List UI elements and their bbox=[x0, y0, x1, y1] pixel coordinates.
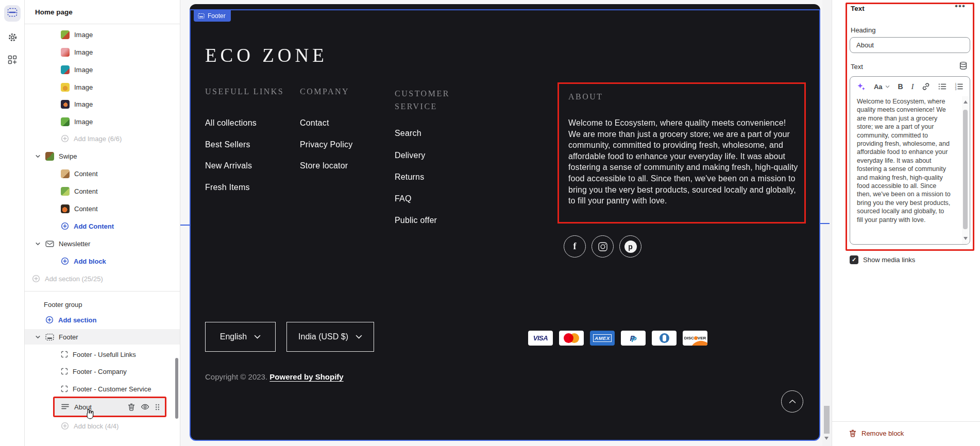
preview-scrollbar-thumb[interactable] bbox=[824, 406, 830, 434]
selection-tick-left bbox=[180, 225, 191, 226]
footer-group-heading: Footer group bbox=[25, 297, 180, 312]
add-content-button[interactable]: Add Content bbox=[25, 218, 180, 234]
block-brackets-icon bbox=[61, 368, 68, 375]
footer-about-block-highlight[interactable]: ABOUT Welcome to Ecosystem, where qualit… bbox=[557, 82, 806, 224]
add-block-footer-disabled: Add block (4/4) bbox=[25, 418, 180, 434]
payment-diners-icon bbox=[652, 331, 677, 346]
sidebar-block-footer-usefull-links[interactable]: Footer - Usefull Links bbox=[25, 347, 180, 362]
footer-link-public-offer[interactable]: Public offer bbox=[395, 216, 437, 225]
footer-link-search[interactable]: Search bbox=[395, 129, 421, 138]
sidebar-item-content-2[interactable]: Content bbox=[25, 183, 180, 199]
footer-link-contact[interactable]: Contact bbox=[300, 118, 329, 128]
add-block-newsletter-button[interactable]: Add block bbox=[25, 253, 180, 269]
sidebar-block-footer-company[interactable]: Footer - Company bbox=[25, 364, 180, 379]
app-embeds-button[interactable] bbox=[4, 53, 21, 69]
chevron-down-icon[interactable] bbox=[35, 334, 41, 340]
rich-text-editor[interactable]: Aa B I 123 Welcome to Ecosystem, where q… bbox=[850, 76, 970, 245]
scrollbar-down-arrow-icon[interactable] bbox=[824, 437, 829, 440]
activity-bar bbox=[0, 0, 25, 446]
editor-text[interactable]: Welcome to Ecosystem, where quality meet… bbox=[850, 97, 956, 245]
editor-scrollbar[interactable] bbox=[962, 96, 969, 244]
sidebar-item-image-1[interactable]: Image bbox=[25, 27, 180, 42]
chevron-down-icon[interactable] bbox=[35, 153, 41, 159]
footer-link-store-locator[interactable]: Store locator bbox=[300, 161, 348, 170]
footer-col-heading-about: ABOUT bbox=[568, 92, 795, 101]
sidebar-item-image-3[interactable]: Image bbox=[25, 62, 180, 77]
font-style-dropdown[interactable]: Aa bbox=[874, 83, 890, 91]
sections-nav-button[interactable] bbox=[4, 5, 21, 22]
facebook-icon: f bbox=[573, 241, 577, 252]
add-section-button-disabled: Add section (25/25) bbox=[25, 271, 180, 286]
hide-block-eye-icon[interactable] bbox=[141, 404, 149, 410]
remove-block-button[interactable]: Remove block bbox=[849, 430, 904, 437]
image-thumbnail bbox=[61, 83, 70, 92]
store-logo[interactable]: ECO ZONE bbox=[205, 44, 328, 66]
block-brackets-icon bbox=[61, 385, 68, 392]
selection-tick-right bbox=[819, 223, 830, 224]
heading-input[interactable] bbox=[850, 37, 970, 53]
country-currency-selector[interactable]: India (USD $) bbox=[286, 322, 374, 352]
dynamic-source-icon[interactable] bbox=[959, 61, 968, 70]
delete-block-icon[interactable] bbox=[128, 403, 135, 411]
apps-icon bbox=[8, 55, 17, 66]
footer-link-new-arrivals[interactable]: New Arrivals bbox=[205, 161, 252, 170]
link-icon[interactable] bbox=[922, 82, 930, 91]
instagram-button[interactable] bbox=[592, 235, 614, 258]
italic-icon[interactable]: I bbox=[911, 82, 914, 91]
numbered-list-icon[interactable]: 123 bbox=[955, 83, 963, 90]
image-thumbnail bbox=[61, 100, 70, 109]
more-options-icon[interactable]: ••• bbox=[955, 1, 966, 11]
payment-discover-icon: DISCVER bbox=[683, 331, 707, 346]
editor-scrollbar-thumb[interactable] bbox=[963, 110, 968, 229]
powered-by-shopify-link[interactable]: Powered by Shopify bbox=[269, 372, 343, 381]
sidebar-item-image-5[interactable]: Image bbox=[25, 96, 180, 112]
footer-link-privacy-policy[interactable]: Privacy Policy bbox=[300, 140, 352, 149]
sidebar-item-image-2[interactable]: Image bbox=[25, 44, 180, 60]
language-selector[interactable]: English bbox=[205, 322, 276, 352]
footer-link-all-collections[interactable]: All collections bbox=[205, 118, 257, 128]
sidebar-scrollbar[interactable] bbox=[175, 358, 178, 419]
sidebar-section-footer[interactable]: Footer bbox=[25, 329, 180, 345]
text-field-label: Text bbox=[851, 63, 863, 71]
sidebar-item-content-1[interactable]: Content bbox=[25, 166, 180, 181]
sidebar-section-newsletter[interactable]: Newsletter bbox=[25, 236, 180, 251]
pinterest-button[interactable]: p bbox=[619, 235, 641, 258]
chevron-up-icon bbox=[789, 399, 796, 404]
sidebar-item-content-3[interactable]: Content bbox=[25, 201, 180, 216]
add-section-footer-group-button[interactable]: Add section bbox=[25, 312, 180, 328]
facebook-button[interactable]: f bbox=[564, 235, 586, 258]
sidebar-block-footer-customer-service[interactable]: Footer - Customer Service bbox=[25, 381, 180, 397]
sidebar-item-image-4[interactable]: Image bbox=[25, 79, 180, 95]
scrollbar-down-arrow-icon[interactable] bbox=[964, 237, 968, 240]
panel-title: Text bbox=[851, 5, 865, 12]
show-media-links-checkbox[interactable]: ✓ bbox=[850, 255, 858, 264]
bold-icon[interactable]: B bbox=[898, 82, 903, 91]
plus-circle-icon bbox=[61, 134, 69, 143]
copyright-text: Copyright © 2023. Powered by Shopify bbox=[205, 372, 344, 381]
drag-handle-icon[interactable] bbox=[155, 404, 160, 410]
theme-settings-button[interactable] bbox=[4, 30, 21, 46]
footer-col-heading-usefull-links: USEFULL LINKS bbox=[205, 87, 284, 96]
footer-link-faq[interactable]: FAQ bbox=[395, 194, 412, 203]
footer-link-delivery[interactable]: Delivery bbox=[395, 151, 425, 160]
editor-content-area[interactable]: Welcome to Ecosystem, where quality meet… bbox=[850, 96, 970, 245]
footer-badge-icon bbox=[198, 13, 205, 19]
plus-circle-icon bbox=[61, 257, 69, 265]
trash-icon bbox=[849, 430, 856, 437]
sidebar-item-image-6[interactable]: Image bbox=[25, 114, 180, 129]
footer-section-badge[interactable]: Footer bbox=[194, 10, 231, 22]
footer-link-returns[interactable]: Returns bbox=[395, 173, 424, 182]
scroll-to-top-button[interactable] bbox=[781, 390, 803, 413]
footer-link-best-sellers[interactable]: Best Sellers bbox=[205, 140, 250, 149]
scrollbar-up-arrow-icon[interactable] bbox=[964, 100, 968, 104]
instagram-icon bbox=[598, 242, 608, 252]
mouse-cursor-hand bbox=[84, 408, 95, 422]
sidebar-block-about-selected[interactable]: About bbox=[53, 397, 166, 417]
ai-sparkle-icon[interactable] bbox=[857, 82, 866, 91]
show-media-links-label: Show media links bbox=[863, 256, 915, 264]
chevron-down-icon[interactable] bbox=[35, 241, 41, 247]
sidebar-section-swipe[interactable]: Swipe bbox=[25, 148, 180, 164]
bullet-list-icon[interactable] bbox=[938, 83, 947, 90]
footer-link-fresh-items[interactable]: Fresh Items bbox=[205, 183, 250, 192]
plus-circle-icon bbox=[61, 422, 69, 430]
